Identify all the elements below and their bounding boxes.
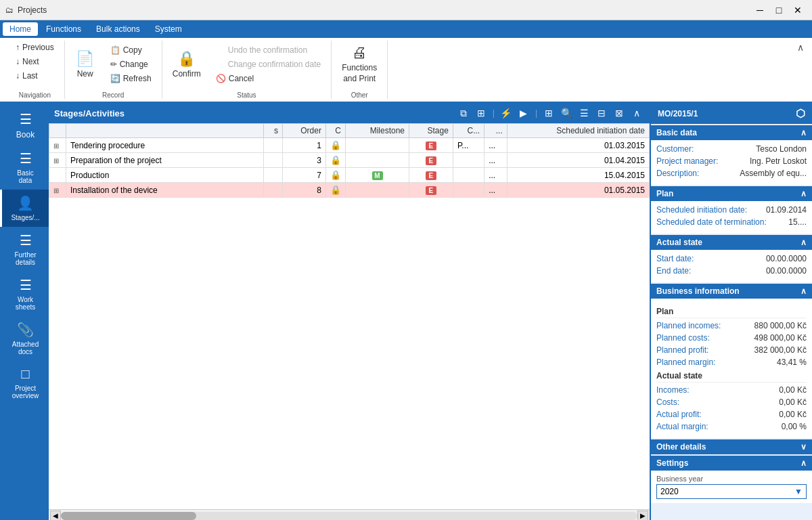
scroll-right-button[interactable]: ▶	[637, 511, 648, 520]
table-row[interactable]: ⊞ Tendering procedure 1 🔒 E P... ... 01.…	[49, 138, 650, 153]
expand-cell-1[interactable]: ⊞	[49, 138, 66, 153]
row-name-2: Preparation of the project	[66, 153, 264, 168]
table-row[interactable]: ⊞ Installation of the device 8 🔒 E ... 0…	[49, 183, 650, 198]
copy-button[interactable]: 📋 Copy	[106, 43, 156, 57]
scrollbar-track[interactable]	[61, 512, 637, 520]
row-stage-2: E	[409, 153, 453, 168]
stages-columns-icon[interactable]: ⊞	[541, 106, 556, 121]
expand-cell-4[interactable]: ⊞	[49, 183, 66, 198]
col-c: C	[325, 124, 345, 138]
expand-icon-2[interactable]: ⊞	[53, 157, 59, 165]
sidebar-item-attached-docs[interactable]: 📎 Attached docs	[0, 316, 49, 361]
sidebar-item-further-details[interactable]: ☰ Further details	[0, 227, 49, 272]
stages-copy2-icon[interactable]: ⊞	[474, 106, 489, 121]
section-plan: Plan ∧ Scheduled initiation date: 01.09.…	[651, 186, 812, 234]
planned-incomes-value: 880 000,00 Kč	[754, 321, 807, 330]
cancel-button[interactable]: 🚫 Cancel	[211, 72, 325, 85]
confirm-button[interactable]: 🔒 Confirm	[168, 47, 206, 82]
maximize-button[interactable]: □	[770, 2, 788, 18]
undo-confirmation-button[interactable]: Undo the confirmation	[211, 43, 325, 57]
expand-icon-4[interactable]: ⊞	[53, 187, 59, 194]
field-planned-costs: Planned costs: 498 000,00 Kč	[656, 333, 807, 343]
table-row[interactable]: Production 7 🔒 M E ... 15.04.2015	[49, 168, 650, 183]
section-settings-collapse[interactable]: ∧	[800, 458, 807, 468]
stages-detail-icon[interactable]: ⊠	[612, 106, 627, 121]
row-c2-4	[453, 183, 484, 198]
field-planned-profit: Planned profit: 382 000,00 Kč	[656, 345, 807, 355]
next-button[interactable]: ↓ Next	[11, 55, 59, 68]
section-other-details-header[interactable]: Other details ∨	[651, 439, 812, 454]
menu-system[interactable]: System	[148, 22, 189, 36]
section-business-info-header[interactable]: Business information ∧	[651, 284, 812, 299]
sidebar-item-stages[interactable]: 👤 Stages/...	[0, 190, 49, 227]
col-scheduled-date: Scheduled initiation date	[507, 124, 649, 138]
sidebar-item-project-overview[interactable]: □ Project overview	[0, 361, 49, 405]
refresh-button[interactable]: 🔄 Refresh	[106, 72, 156, 85]
close-button[interactable]: ✕	[789, 2, 807, 18]
start-date-value: 00.00.0000	[766, 254, 807, 263]
scrollbar-thumb[interactable]	[61, 512, 196, 520]
costs-value: 0,00 Kč	[779, 397, 807, 407]
menu-bulk-actions[interactable]: Bulk actions	[89, 22, 147, 36]
attached-docs-icon: 📎	[17, 322, 34, 338]
section-actual-state: Actual state ∧ Start date: 00.00.0000 En…	[651, 235, 812, 282]
stages-copy-icon[interactable]: ⧉	[456, 106, 471, 121]
section-basic-data-collapse[interactable]: ∧	[800, 128, 807, 137]
sidebar-item-basic-data[interactable]: ☰ Basic data	[0, 145, 49, 190]
section-settings-header[interactable]: Settings ∧	[651, 456, 812, 471]
stage-badge-4: E	[426, 186, 436, 195]
end-date-label: End date:	[656, 266, 710, 276]
end-date-value: 00.00.0000	[766, 266, 807, 276]
stages-export-icon[interactable]: ⊟	[594, 106, 609, 121]
row-stage-3: E	[409, 168, 453, 183]
sidebar-item-work-sheets[interactable]: ☰ Work sheets	[0, 272, 49, 316]
table-row[interactable]: ⊞ Preparation of the project 3 🔒 E ... 0…	[49, 153, 650, 168]
functions-print-button[interactable]: 🖨 Functionsand Print	[337, 41, 382, 87]
right-panel-open-icon[interactable]: ⬡	[796, 107, 805, 120]
planned-incomes-label: Planned incomes:	[656, 321, 721, 330]
other-group-label: Other	[351, 89, 368, 99]
row-milestone-2	[345, 153, 409, 168]
change-button[interactable]: ✏ Change	[106, 58, 156, 71]
section-actual-state-header[interactable]: Actual state ∧	[651, 235, 812, 250]
menu-functions[interactable]: Functions	[39, 22, 88, 36]
row-name-3: Production	[66, 168, 264, 183]
section-plan-content: Scheduled initiation date: 01.09.2014 Sc…	[651, 201, 812, 234]
last-button[interactable]: ↓ Last	[11, 69, 59, 83]
sidebar-item-book[interactable]: ☰ Book	[0, 106, 49, 145]
stages-play-icon[interactable]: ▶	[516, 106, 531, 121]
change-icon: ✏	[110, 60, 117, 69]
minimize-button[interactable]: ─	[751, 2, 769, 18]
stages-table-container: s Order C Milestone Stage C... ... Sched…	[49, 123, 650, 509]
row-c-4: 🔒	[325, 183, 345, 198]
section-plan-collapse[interactable]: ∧	[800, 189, 807, 198]
section-other-details-collapse[interactable]: ∨	[800, 442, 807, 452]
expand-icon-1[interactable]: ⊞	[53, 142, 59, 150]
change-date-button[interactable]: Change confirmation date	[211, 58, 325, 71]
stages-list-icon[interactable]: ☰	[577, 106, 591, 121]
horizontal-scrollbar[interactable]: ◀ ▶	[49, 509, 650, 520]
scheduled-termination-value: 15....	[788, 217, 807, 227]
stages-collapse-icon[interactable]: ∧	[629, 106, 644, 121]
field-planned-margin: Planned margin: 43,41 %	[656, 358, 807, 367]
milestone-badge-3: M	[372, 171, 383, 180]
ribbon-collapse-button[interactable]: ∧	[794, 41, 807, 99]
section-actual-state-collapse[interactable]: ∧	[800, 238, 807, 247]
stages-search-icon[interactable]: 🔍	[559, 106, 574, 121]
menu-home[interactable]: Home	[3, 22, 38, 36]
previous-button[interactable]: ↑ Previous	[11, 41, 59, 54]
expand-cell-2[interactable]: ⊞	[49, 153, 66, 168]
section-plan-header[interactable]: Plan ∧	[651, 186, 812, 201]
planned-costs-value: 498 000,00 Kč	[754, 333, 807, 343]
new-button[interactable]: 📄 New	[70, 47, 100, 82]
next-label: Next	[22, 57, 39, 66]
section-basic-data-header[interactable]: Basic data ∧	[651, 125, 812, 140]
scroll-left-button[interactable]: ◀	[50, 511, 61, 520]
section-business-info-collapse[interactable]: ∧	[800, 286, 807, 296]
stages-filter-icon[interactable]: ⚡	[499, 106, 514, 121]
business-actual-title: Actual state	[656, 370, 807, 383]
section-plan-title: Plan	[656, 189, 673, 198]
business-year-dropdown-icon[interactable]: ▼	[794, 487, 803, 496]
record-group-label: Record	[102, 89, 124, 99]
business-year-input[interactable]: 2020 ▼	[656, 484, 807, 499]
